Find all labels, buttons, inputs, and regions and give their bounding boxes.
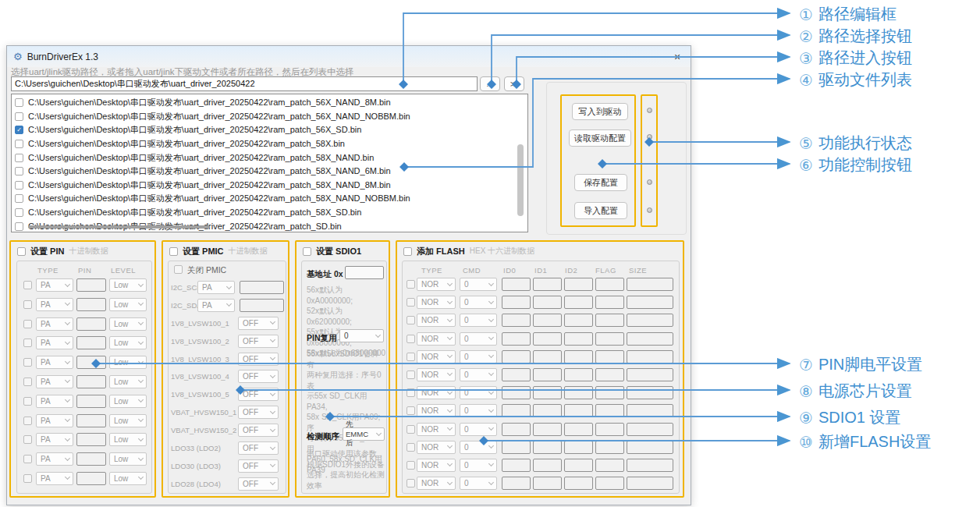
pmic-switch-select[interactable]: OFF xyxy=(238,406,279,419)
flash-flag-input[interactable] xyxy=(595,441,624,454)
pin-level-select[interactable]: Low xyxy=(109,395,147,408)
action-button[interactable]: 写入到驱动 xyxy=(572,103,628,120)
flash-id1-input[interactable] xyxy=(533,386,562,399)
flash-cmd-select[interactable]: 0 xyxy=(460,386,497,399)
pin-level-select[interactable]: Low xyxy=(109,317,147,331)
flash-cmd-select[interactable]: 0 xyxy=(460,368,497,381)
file-list-item[interactable]: C:\Users\guichen\Desktop\串口驱动发布\uart_dri… xyxy=(12,96,527,110)
pmic-switch-select[interactable]: OFF xyxy=(238,477,279,491)
flash-flag-input[interactable] xyxy=(595,368,624,381)
flash-id1-input[interactable] xyxy=(533,296,562,309)
flash-size-input[interactable] xyxy=(627,332,673,346)
pin-row-checkbox[interactable] xyxy=(23,358,32,367)
pin-number-input[interactable] xyxy=(76,298,106,311)
pin-number-input[interactable] xyxy=(76,336,106,349)
flash-flag-input[interactable] xyxy=(595,386,624,399)
file-item-checkbox[interactable] xyxy=(15,167,23,176)
pin-row-checkbox[interactable] xyxy=(23,300,32,309)
pin-type-select[interactable]: PA xyxy=(36,395,73,408)
file-list-item[interactable]: C:\Users\guichen\Desktop\串口驱动发布\uart_dri… xyxy=(12,110,527,124)
pin-number-input[interactable] xyxy=(76,317,106,331)
flash-id2-input[interactable] xyxy=(564,350,593,363)
flash-id0-input[interactable] xyxy=(502,296,531,309)
flash-row-checkbox[interactable] xyxy=(407,406,415,415)
pmic-switch-select[interactable]: OFF xyxy=(238,459,279,473)
flash-flag-input[interactable] xyxy=(595,459,624,472)
pin-number-input[interactable] xyxy=(76,472,106,485)
file-list-item[interactable]: C:\Users\guichen\Desktop\串口驱动发布\uart_dri… xyxy=(12,179,527,193)
flash-flag-input[interactable] xyxy=(595,423,624,436)
file-list-item[interactable]: C:\Users\guichen\Desktop\串口驱动发布\uart_dri… xyxy=(12,192,527,206)
file-list-item[interactable]: C:\Users\guichen\Desktop\串口驱动发布\uart_dri… xyxy=(12,165,527,179)
file-item-checkbox[interactable]: ✓ xyxy=(15,126,23,134)
file-item-checkbox[interactable] xyxy=(15,140,23,148)
flash-row-checkbox[interactable] xyxy=(407,316,415,324)
flash-id2-input[interactable] xyxy=(564,441,593,454)
pmic-i2c-pin-input[interactable] xyxy=(240,281,284,294)
pin-type-select[interactable]: PA xyxy=(36,414,73,427)
flash-type-select[interactable]: NOR xyxy=(417,368,456,381)
file-item-checkbox[interactable] xyxy=(15,154,23,162)
flash-cmd-select[interactable]: 0 xyxy=(460,314,497,327)
flash-flag-input[interactable] xyxy=(595,350,624,363)
flash-id2-input[interactable] xyxy=(564,404,593,417)
base-addr-input[interactable] xyxy=(345,266,384,279)
pin-row-checkbox[interactable] xyxy=(23,378,32,386)
horizontal-scrollbar[interactable] xyxy=(28,225,210,229)
pin-number-input[interactable] xyxy=(76,414,106,427)
flash-cmd-select[interactable]: 0 xyxy=(460,278,497,291)
pmic-i2c-pin-input[interactable] xyxy=(240,299,284,312)
flash-id2-input[interactable] xyxy=(564,477,593,490)
action-button[interactable]: 保存配置 xyxy=(574,174,627,191)
pin-row-checkbox[interactable] xyxy=(23,455,32,463)
flash-id1-input[interactable] xyxy=(533,314,562,327)
flash-cmd-select[interactable]: 0 xyxy=(460,477,497,490)
flash-cmd-select[interactable]: 0 xyxy=(460,404,497,417)
pin-number-input[interactable] xyxy=(76,452,106,466)
flash-type-select[interactable]: NOR xyxy=(417,404,456,417)
flash-id2-input[interactable] xyxy=(564,314,593,327)
pin-number-input[interactable] xyxy=(76,356,106,369)
flash-flag-input[interactable] xyxy=(595,477,624,490)
pin-type-select[interactable]: PA xyxy=(36,433,73,446)
flash-id1-input[interactable] xyxy=(533,278,562,291)
pmic-enable-checkbox[interactable] xyxy=(169,247,178,256)
path-browse-button[interactable]: … xyxy=(480,76,500,91)
file-item-checkbox[interactable] xyxy=(15,208,23,217)
flash-cmd-select[interactable]: 0 xyxy=(460,423,497,436)
flash-size-input[interactable] xyxy=(627,278,673,291)
pin-number-input[interactable] xyxy=(76,375,106,388)
flash-id0-input[interactable] xyxy=(502,459,531,472)
flash-cmd-select[interactable]: 0 xyxy=(460,350,497,363)
flash-id0-input[interactable] xyxy=(502,404,531,417)
pmic-switch-select[interactable]: OFF xyxy=(238,317,279,330)
pmic-i2c-port-select[interactable]: PA xyxy=(197,299,235,312)
pmic-switch-select[interactable]: OFF xyxy=(238,353,279,366)
flash-size-input[interactable] xyxy=(627,350,673,363)
flash-type-select[interactable]: NOR xyxy=(417,386,456,399)
flash-flag-input[interactable] xyxy=(595,278,624,291)
flash-type-select[interactable]: NOR xyxy=(417,477,456,490)
pin-type-select[interactable]: PA xyxy=(36,375,73,388)
pin-row-checkbox[interactable] xyxy=(23,281,32,289)
driver-file-list[interactable]: C:\Users\guichen\Desktop\串口驱动发布\uart_dri… xyxy=(11,94,528,232)
pin-number-input[interactable] xyxy=(76,433,106,446)
pin-level-select[interactable]: Low xyxy=(109,356,147,369)
close-button[interactable]: × xyxy=(664,46,691,67)
pin-mux-select[interactable]: 0 xyxy=(339,329,384,342)
file-list-item[interactable]: C:\Users\guichen\Desktop\串口驱动发布\uart_dri… xyxy=(12,137,527,151)
flash-row-checkbox[interactable] xyxy=(407,353,415,361)
flash-row-checkbox[interactable] xyxy=(407,461,415,470)
flash-cmd-select[interactable]: 0 xyxy=(460,441,497,454)
flash-id2-input[interactable] xyxy=(564,423,593,436)
flash-cmd-select[interactable]: 0 xyxy=(460,332,497,346)
flash-flag-input[interactable] xyxy=(595,296,624,309)
file-item-checkbox[interactable] xyxy=(15,222,23,231)
flash-id0-input[interactable] xyxy=(502,441,531,454)
flash-type-select[interactable]: NOR xyxy=(417,332,456,346)
sdio-enable-checkbox[interactable] xyxy=(303,247,311,256)
pmic-switch-select[interactable]: OFF xyxy=(238,441,279,455)
flash-size-input[interactable] xyxy=(627,459,673,472)
pin-row-checkbox[interactable] xyxy=(23,474,32,483)
flash-id1-input[interactable] xyxy=(533,404,562,417)
